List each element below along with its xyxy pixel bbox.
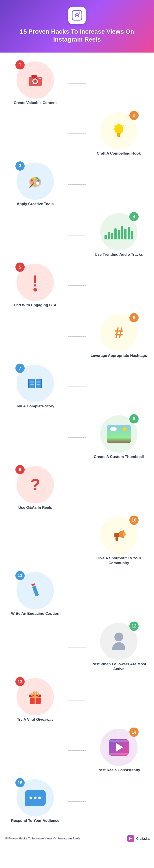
svg-rect-5: [31, 75, 37, 78]
svg-line-15: [114, 125, 115, 126]
hack-circle-3: 3: [17, 162, 54, 200]
hack-number-4: 4: [129, 212, 138, 221]
hack-circle-10: 10: [100, 517, 137, 554]
hack-item-12: 12 Post When Followers Are Most Active: [86, 620, 152, 674]
hack-number-3: 3: [16, 161, 25, 170]
content-area: 1 Create Valuable Content 2: [0, 53, 154, 832]
hack-label-5: End With Engaging CTA: [14, 303, 57, 308]
hack-label-8: Create A Custom Thumbnail: [94, 455, 144, 459]
hack-circle-14: 14: [100, 728, 137, 766]
hack-label-3: Apply Creative Tools: [17, 202, 54, 207]
hack-number-12: 12: [129, 622, 138, 631]
svg-point-10: [114, 124, 123, 134]
hack-circle-2: 2: [100, 112, 137, 149]
pencil-icon: [25, 581, 45, 601]
hack-item-13: 13 Try A Viral Giveaway: [2, 676, 68, 724]
palette-icon: [25, 171, 45, 191]
connector-13: [68, 700, 86, 701]
footer-logo: [127, 835, 134, 842]
hash-icon: #: [114, 325, 123, 341]
svg-point-21: [31, 179, 33, 182]
hack-circle-5: 5 !: [17, 264, 54, 301]
hack-item-15: 15 Respond To Your Audience: [2, 777, 68, 825]
connector-12: [68, 647, 86, 648]
hack-label-2: Craft A Compelling Hook: [97, 151, 141, 156]
connector-10: [68, 540, 86, 541]
thumbnail-icon: [107, 425, 131, 443]
page-footer: 15 Proven Hacks To Increase Views On Ins…: [0, 832, 154, 845]
hack-item-11: 11 Write An Engaging Caption: [2, 570, 68, 618]
hack-label-7: Tell A Complete Story: [16, 404, 54, 409]
camera-icon: [25, 70, 45, 90]
hack-row-9: 9 ? Use Q&As In Reels: [2, 464, 152, 512]
hack-row-1: 1 Create Valuable Content: [2, 59, 152, 107]
hack-label-15: Respond To Your Audience: [11, 818, 59, 823]
hack-item-10: 10 Give A Shout-out To Your Community: [86, 515, 152, 568]
hack-row-12: 12 Post When Followers Are Most Active: [2, 620, 152, 674]
hack-number-11: 11: [16, 571, 25, 580]
hack-row-13: 13 Try A Viral Giveaway: [2, 676, 152, 724]
hack-item-7: 7 Tell A Complete Story: [2, 363, 68, 411]
hack-number-2: 2: [129, 111, 138, 120]
hack-number-10: 10: [129, 516, 138, 525]
footer-text: 15 Proven Hacks To Increase Views On Ins…: [4, 837, 80, 840]
hack-number-5: 5: [16, 262, 25, 272]
hack-circle-7: 7: [17, 365, 54, 402]
svg-point-22: [33, 177, 35, 179]
hack-label-1: Create Valuable Content: [13, 100, 57, 105]
hack-number-15: 15: [16, 778, 25, 787]
hack-row-10: 10 Give A Shout-out To Your Community: [2, 515, 152, 568]
svg-line-16: [123, 125, 124, 126]
svg-point-2: [79, 12, 80, 13]
header-title: 15 Proven Hacks To Increase Views On Ins…: [4, 28, 150, 44]
hack-label-6: Leverage Appropriate Hashtags: [91, 353, 147, 358]
person-icon: [112, 632, 125, 650]
svg-point-20: [29, 177, 41, 187]
hack-row-6: 6 # Leverage Appropriate Hashtags: [2, 312, 152, 360]
hack-row-5: 5 ! End With Engaging CTA: [2, 261, 152, 310]
hack-row-4: 4 Use Trending Audio Tracks: [2, 211, 152, 259]
hack-row-2: 2 Craft A Compelling Hook: [2, 110, 152, 158]
hack-row-11: 11 Write An Engaging Caption: [2, 570, 152, 618]
connector-2: [68, 133, 86, 134]
footer-brand-name: Kicksta: [135, 836, 150, 841]
connector-6: [68, 336, 86, 337]
hack-label-9: Use Q&As In Reels: [18, 505, 52, 510]
hack-number-6: 6: [129, 313, 138, 322]
hack-item-14: 14 Post Reels Consistently: [86, 726, 152, 775]
hack-item-6: 6 # Leverage Appropriate Hashtags: [86, 312, 152, 360]
connector-5: [68, 285, 86, 286]
kicksta-logo-icon: [128, 836, 133, 841]
hack-number-1: 1: [16, 60, 25, 69]
hack-circle-11: 11: [17, 572, 54, 610]
hack-number-8: 8: [129, 414, 138, 424]
hack-label-12: Post When Followers Are Most Active: [88, 662, 150, 672]
hack-circle-13: 13: [17, 678, 54, 715]
bulb-icon: [109, 121, 129, 141]
connector-3: [68, 184, 86, 185]
hack-row-7: 7 Tell A Complete Story: [2, 363, 152, 411]
page-header: 15 Proven Hacks To Increase Views On Ins…: [0, 0, 154, 53]
hack-row-14: 14 Post Reels Consistently: [2, 726, 152, 775]
hack-circle-6: 6 #: [100, 314, 137, 351]
svg-rect-11: [117, 133, 121, 134]
bar-chart-icon: [104, 224, 133, 240]
svg-rect-31: [36, 379, 42, 388]
hack-item-2: 2 Craft A Compelling Hook: [86, 110, 152, 158]
hack-label-4: Use Trending Audio Tracks: [95, 252, 143, 257]
svg-point-23: [36, 177, 38, 179]
hack-circle-9: 9 ?: [17, 466, 54, 503]
hack-item-8: 8 Create A Custom Thumbnail: [86, 413, 152, 462]
svg-rect-12: [117, 134, 120, 136]
chat-icon: [25, 790, 46, 806]
hack-circle-12: 12: [100, 623, 137, 660]
svg-marker-56: [131, 837, 132, 840]
connector-15: [68, 801, 86, 802]
hack-row-3: 3 Apply Creative Tools: [2, 160, 152, 209]
gift-icon: [25, 687, 45, 707]
hack-item-9: 9 ? Use Q&As In Reels: [2, 464, 68, 512]
connector-8: [68, 437, 86, 438]
connector-9: [68, 488, 86, 488]
hack-circle-4: 4: [100, 213, 137, 250]
svg-point-25: [36, 182, 39, 185]
